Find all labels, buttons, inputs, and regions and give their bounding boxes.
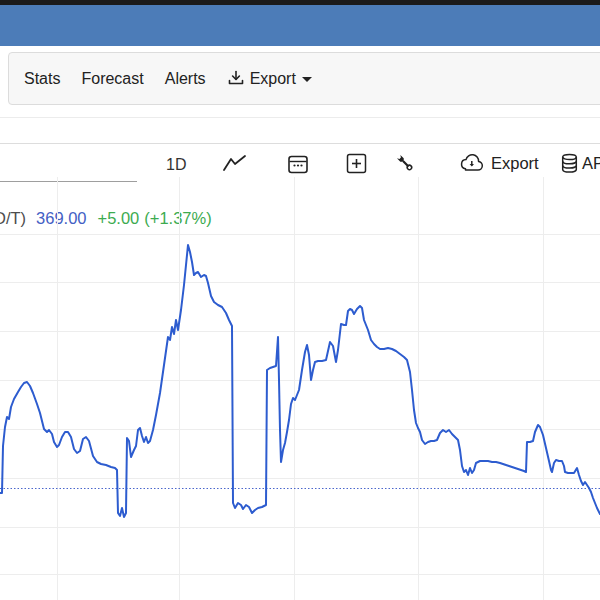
plus-square-icon[interactable] bbox=[346, 153, 367, 174]
page-nav-panel: Stats Forecast Alerts Export bbox=[8, 52, 600, 105]
cloud-download-icon bbox=[458, 153, 486, 173]
nav-export-dropdown[interactable]: Export bbox=[227, 70, 312, 88]
api-button[interactable]: API bbox=[561, 153, 600, 174]
chart-export-label: Export bbox=[491, 154, 539, 173]
calendar-icon[interactable] bbox=[287, 153, 309, 175]
price-chart[interactable] bbox=[0, 176, 600, 600]
line-chart-icon[interactable] bbox=[222, 154, 247, 173]
database-icon bbox=[561, 153, 578, 174]
site-header-bar bbox=[0, 5, 600, 46]
panel-divider bbox=[0, 117, 600, 118]
chart-export-button[interactable]: Export bbox=[458, 153, 539, 173]
nav-export-label: Export bbox=[250, 70, 296, 88]
download-tray-icon bbox=[227, 70, 245, 87]
api-label: API bbox=[582, 154, 600, 173]
caret-down-icon bbox=[302, 77, 312, 82]
chart-card-border bbox=[0, 143, 600, 144]
nav-item-alerts[interactable]: Alerts bbox=[165, 70, 206, 88]
interval-selector-1d[interactable]: 1D bbox=[166, 156, 186, 174]
wrench-icon[interactable] bbox=[393, 151, 417, 175]
nav-item-stats[interactable]: Stats bbox=[24, 70, 60, 88]
nav-item-forecast[interactable]: Forecast bbox=[81, 70, 143, 88]
